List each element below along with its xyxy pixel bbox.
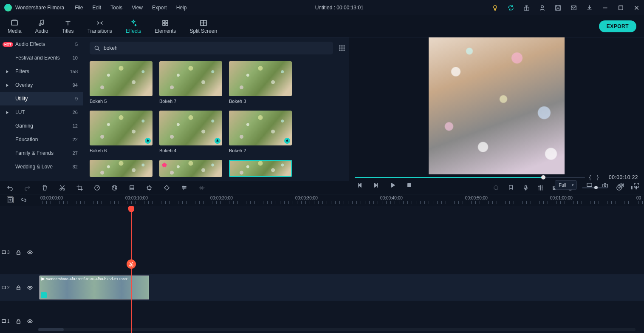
crop-icon[interactable]	[76, 185, 83, 191]
sidebar-item-label: Audio Effects	[15, 41, 45, 47]
gift-icon[interactable]	[523, 5, 530, 11]
next-frame-icon[interactable]	[373, 182, 379, 188]
ruler-tick: 00:00:10:00	[125, 196, 148, 200]
favorite-badge-icon[interactable]	[161, 162, 168, 168]
sidebar-item-count: 94	[73, 83, 78, 88]
grid-view-icon[interactable]	[339, 45, 345, 51]
zoom-fit-icon[interactable]	[631, 185, 637, 191]
tab-titles[interactable]: Titles	[62, 18, 73, 34]
video-clip[interactable]: wondershare-4f07785f-8130-4fb0-b75d-2178…	[40, 276, 149, 299]
svg-point-30	[113, 186, 114, 187]
timeline-tracks[interactable]: 3 2 1 wondershare-4f07785f-8130-4fb0-b75…	[0, 206, 644, 333]
menu-file[interactable]: File	[75, 5, 83, 11]
search-box[interactable]	[90, 42, 333, 54]
download-badge-icon[interactable]	[284, 138, 290, 144]
sidebar-item-audio-effects[interactable]: HOTAudio Effects5	[0, 37, 83, 51]
motion-icon[interactable]	[146, 185, 153, 191]
sidebar-item-overlay[interactable]: ▶Overlay94	[0, 78, 83, 92]
download-badge-icon[interactable]	[215, 138, 220, 144]
undo-icon[interactable]	[7, 185, 13, 191]
effect-card[interactable]: Bokeh 5	[90, 61, 153, 104]
prev-frame-icon[interactable]	[356, 182, 363, 188]
tab-media[interactable]: Media	[8, 18, 22, 34]
cut-icon[interactable]	[59, 185, 65, 191]
sidebar-item-label: Wedding & Love	[15, 164, 53, 170]
audio-wave-icon[interactable]	[198, 185, 205, 191]
menu-tools[interactable]: Tools	[110, 5, 122, 11]
sidebar-item-family-friends[interactable]: Family & Friends27	[0, 146, 83, 160]
effect-card[interactable]: Bokeh 2	[229, 111, 292, 153]
menu-edit[interactable]: Edit	[93, 5, 102, 11]
play-icon[interactable]	[390, 182, 396, 188]
sidebar-item-label: Filters	[15, 68, 29, 74]
account-icon[interactable]	[539, 5, 545, 11]
close-icon[interactable]	[633, 5, 640, 11]
effect-card[interactable]: Bokeh 7	[159, 61, 222, 104]
effect-card[interactable]	[90, 160, 153, 177]
tab-transitions[interactable]: Transitions	[88, 18, 112, 34]
mail-icon[interactable]	[571, 5, 577, 11]
effect-card[interactable]	[159, 160, 222, 177]
search-input[interactable]	[104, 45, 329, 51]
resolution-select[interactable]: Full	[555, 180, 577, 190]
tab-effects[interactable]: Effects	[126, 18, 141, 34]
voiceover-icon[interactable]	[523, 185, 529, 191]
delete-icon[interactable]	[42, 185, 48, 191]
maximize-icon[interactable]	[618, 5, 624, 11]
sidebar-item-wedding-love[interactable]: Wedding & Love32	[0, 160, 83, 174]
preview-seekbar[interactable]	[355, 177, 585, 178]
save-icon[interactable]	[555, 5, 561, 11]
render-icon[interactable]	[493, 185, 499, 191]
download-icon[interactable]	[586, 5, 593, 11]
refresh-icon[interactable]	[508, 5, 514, 11]
greenscreen-icon[interactable]	[129, 185, 135, 191]
sidebar-item-education[interactable]: Education22	[0, 133, 83, 146]
track-header-3[interactable]: 3	[2, 250, 33, 255]
adjust-icon[interactable]	[181, 185, 187, 191]
track-manager-icon[interactable]	[7, 196, 14, 203]
timeline-ruler[interactable]: 00:00:00:00 00:00:10:00 00:00:20:00 00:0…	[0, 194, 644, 206]
effects-browser: Bokeh 5Bokeh 7Bokeh 3Bokeh 6Bokeh 4Bokeh…	[83, 37, 349, 181]
preview-viewport[interactable]	[349, 37, 644, 174]
preview-panel: { } 00:00:10:22 Full	[349, 37, 644, 181]
track-header-2[interactable]: 2	[2, 285, 33, 290]
tab-splitscreen[interactable]: Split Screen	[189, 18, 217, 34]
main-tabs: Media Audio Titles Transitions Effects E…	[0, 15, 644, 37]
mark-in-icon[interactable]: {	[589, 174, 597, 180]
stop-icon[interactable]	[406, 182, 412, 188]
playhead[interactable]	[131, 206, 132, 333]
timeline-scrollbar[interactable]	[38, 328, 636, 331]
effect-card[interactable]	[229, 160, 292, 177]
sidebar-item-filters[interactable]: ▶Filters158	[0, 65, 83, 78]
sidebar-item-festival-and-events[interactable]: Festival and Events10	[0, 51, 83, 65]
track-header-1[interactable]: 1	[2, 319, 33, 324]
color-icon[interactable]	[111, 185, 118, 191]
keyframe-icon[interactable]	[164, 185, 170, 191]
sidebar-item-utility[interactable]: Utility9	[0, 92, 83, 105]
split-button[interactable]	[127, 259, 136, 269]
tab-elements[interactable]: Elements	[155, 18, 176, 34]
export-button[interactable]: EXPORT	[599, 20, 636, 32]
clip-effect-badge[interactable]	[41, 292, 47, 298]
svg-point-21	[344, 50, 345, 51]
marker-icon[interactable]	[508, 185, 514, 191]
effect-card[interactable]: Bokeh 6	[90, 111, 153, 153]
speed-icon[interactable]	[94, 185, 100, 191]
auto-ripple-icon[interactable]	[20, 196, 27, 203]
tab-audio[interactable]: Audio	[35, 18, 48, 34]
redo-icon[interactable]	[24, 185, 31, 191]
menu-view[interactable]: View	[132, 5, 143, 11]
idea-icon[interactable]	[492, 5, 498, 11]
zoom-slider[interactable]	[582, 187, 607, 188]
menu-help[interactable]: Help	[176, 5, 187, 11]
effect-card[interactable]: Bokeh 3	[229, 61, 292, 104]
mixer-icon[interactable]	[537, 185, 544, 191]
sidebar-item-lut[interactable]: ▶LUT26	[0, 105, 83, 119]
mark-out-icon[interactable]: }	[597, 174, 604, 180]
minimize-icon[interactable]	[602, 5, 608, 11]
zoom-in-icon[interactable]	[616, 185, 622, 191]
menu-export[interactable]: Export	[152, 5, 167, 11]
download-badge-icon[interactable]	[145, 138, 151, 144]
effect-card[interactable]: Bokeh 4	[159, 111, 222, 153]
sidebar-item-gaming[interactable]: Gaming12	[0, 119, 83, 133]
